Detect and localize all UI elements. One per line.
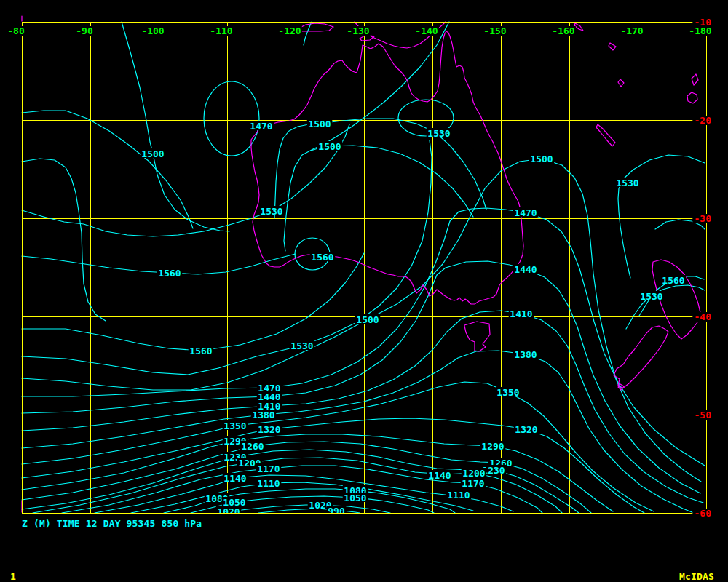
contour-label: 1560 (311, 252, 333, 263)
contour-label: 1140 (223, 473, 246, 484)
coastline-nz-south-island (614, 326, 668, 388)
contour-label: 1470 (250, 121, 272, 132)
contour-label: 1320 (258, 424, 280, 435)
contour-line (22, 208, 705, 466)
contour-line (22, 311, 703, 503)
coastline-fiji-1 (692, 74, 698, 85)
map-annotation: Z (M) TIME 12 DAY 95345 850 hPa (22, 518, 202, 529)
contour-label: 1020 (217, 506, 240, 517)
lat-axis-label: -40 (695, 311, 712, 322)
contour-label: 1560 (189, 346, 212, 356)
contour-label: 1140 (428, 470, 451, 481)
contour-label: 1350 (496, 387, 519, 398)
coastline-tasmania (464, 322, 490, 351)
lat-axis-label: -10 (695, 17, 712, 28)
grid-lines (22, 22, 706, 513)
contour-label: 1500 (141, 148, 164, 159)
contour-label: 1440 (514, 264, 537, 275)
lon-axis-label: -160 (552, 25, 574, 36)
contour-label: 1530 (427, 128, 450, 139)
contour-line (22, 111, 193, 228)
lon-axis-label: -80 (7, 25, 25, 36)
lon-axis-label: -120 (278, 25, 301, 36)
contour-label: 1170 (462, 478, 484, 489)
contour-line (122, 22, 229, 231)
lon-axis-label: -150 (483, 25, 506, 36)
contour-label: 1170 (257, 463, 280, 474)
coastline-solomon-1 (609, 43, 616, 50)
contour-label: 1560 (158, 268, 181, 279)
contour-label: 1530 (260, 206, 282, 217)
lat-axis-label: -60 (695, 508, 712, 519)
contour-line (274, 119, 486, 218)
mcidas-watermark: McIDAS (679, 571, 714, 582)
contour-label: 1350 (223, 420, 246, 431)
contour-label: 1560 (662, 275, 684, 286)
contour-label: 1470 (514, 207, 537, 218)
contour-label: 1530 (290, 340, 313, 351)
lon-axis-label: -110 (210, 25, 232, 36)
contour-label: 1110 (447, 490, 470, 501)
coastline-new-caledonia (596, 124, 615, 146)
contour-line (22, 382, 654, 511)
contour-line (22, 261, 700, 493)
lat-axis-label: -50 (695, 410, 712, 420)
coastline-australia (251, 31, 523, 304)
contour-label: 1530 (640, 291, 662, 302)
lon-axis-label: -90 (76, 25, 93, 36)
contour-line (22, 253, 364, 351)
contour-label: 1500 (318, 141, 341, 152)
lon-axis-label: -170 (620, 25, 643, 36)
contour-label: 990 (328, 506, 345, 517)
contour-lines (22, 22, 705, 513)
lon-axis-label: -130 (347, 25, 369, 36)
contour-labels: 1470150015001500153015001530153014701560… (141, 119, 687, 517)
mcidas-screen: 1470150015001500153015001530153014701560… (0, 0, 728, 582)
coastline-timor (297, 23, 333, 31)
contour-line (22, 159, 106, 321)
contour-label: 1500 (356, 314, 379, 325)
contour-label: 1200 (462, 468, 485, 479)
contour-line (311, 146, 473, 217)
contour-label: 1500 (530, 154, 553, 164)
contour-label: 1320 (515, 424, 537, 435)
lat-axis-label: -20 (695, 115, 712, 126)
contour-label: 1500 (308, 119, 331, 129)
coastline-solomon-2 (618, 79, 624, 87)
contour-label: 1050 (344, 493, 366, 503)
contour-label: 1260 (241, 441, 264, 452)
contour-label: 1380 (514, 349, 537, 360)
lon-axis-label: -100 (141, 25, 164, 36)
map-canvas[interactable]: 1470150015001500153015001530153014701560… (0, 0, 728, 582)
contour-label: 1530 (616, 178, 638, 188)
frame-number: 1 (10, 571, 16, 582)
contour-label: 1380 (252, 410, 274, 420)
contour-label: 1110 (257, 478, 280, 489)
contour-label: 1290 (481, 441, 504, 452)
lat-axis-label: -30 (695, 213, 712, 224)
lon-axis-label: -140 (415, 25, 438, 36)
contour-label: 1410 (510, 308, 532, 319)
coastline-fiji-2 (687, 92, 697, 103)
contour-line (22, 124, 349, 236)
